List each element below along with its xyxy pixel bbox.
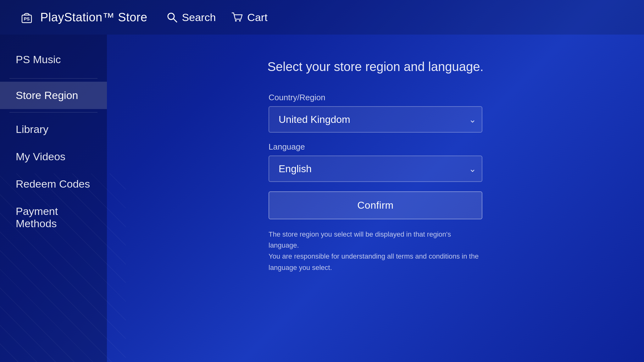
header-nav: Search Cart (166, 11, 268, 24)
cart-nav-item[interactable]: Cart (231, 11, 267, 24)
page-title: Select your store region and language. (267, 60, 483, 74)
sidebar-item-redeem-codes[interactable]: Redeem Codes (0, 170, 107, 198)
disclaimer-line-2: You are responsible for understanding al… (269, 252, 479, 271)
svg-line-3 (173, 19, 177, 22)
main-content: Select your store region and language. C… (107, 35, 644, 362)
sidebar-item-library[interactable]: Library (0, 116, 107, 143)
sidebar-label-payment-methods: Payment Methods (16, 205, 58, 229)
search-label: Search (182, 11, 216, 24)
sidebar-divider-2 (9, 112, 97, 112)
header: PS PlayStation™ Store Search Cart (0, 0, 644, 35)
sidebar-label-my-videos: My Videos (16, 151, 65, 162)
cart-label: Cart (247, 11, 267, 24)
sidebar-label-library: Library (16, 123, 48, 135)
sidebar-label-redeem-codes: Redeem Codes (16, 178, 90, 190)
confirm-button[interactable]: Confirm (269, 191, 482, 219)
sidebar-label-store-region: Store Region (16, 89, 78, 101)
country-label: Country/Region (269, 93, 482, 102)
sidebar: PS Music Store Region Library My Videos … (0, 35, 107, 362)
sidebar-item-ps-music[interactable]: PS Music (0, 47, 107, 75)
language-label: Language (269, 142, 482, 152)
cart-icon (231, 12, 243, 23)
svg-text:PS: PS (24, 16, 30, 21)
brand-title: PlayStation™ Store (40, 11, 147, 24)
sidebar-divider-1 (9, 78, 97, 79)
country-select-wrapper: United Kingdom United States Australia C… (269, 106, 482, 133)
svg-point-4 (235, 20, 237, 22)
svg-point-5 (239, 20, 241, 22)
disclaimer-text: The store region you select will be disp… (269, 229, 482, 273)
search-nav-item[interactable]: Search (166, 11, 216, 24)
sidebar-item-store-region[interactable]: Store Region (0, 82, 107, 109)
playstation-bag-icon: PS (19, 9, 35, 25)
country-select[interactable]: United Kingdom United States Australia C… (269, 106, 482, 133)
sidebar-item-my-videos[interactable]: My Videos (0, 143, 107, 170)
language-select-wrapper: English French German Spanish Japanese ⌄ (269, 156, 482, 182)
brand-logo[interactable]: PS PlayStation™ Store (19, 9, 147, 25)
search-icon (166, 12, 178, 23)
sidebar-label-ps-music: PS Music (16, 53, 61, 65)
language-select[interactable]: English French German Spanish Japanese (269, 156, 482, 182)
form-container: Country/Region United Kingdom United Sta… (269, 93, 482, 273)
disclaimer-line-1: The store region you select will be disp… (269, 230, 451, 249)
main-layout: PS Music Store Region Library My Videos … (0, 35, 644, 362)
sidebar-item-payment-methods[interactable]: Payment Methods (0, 198, 107, 237)
